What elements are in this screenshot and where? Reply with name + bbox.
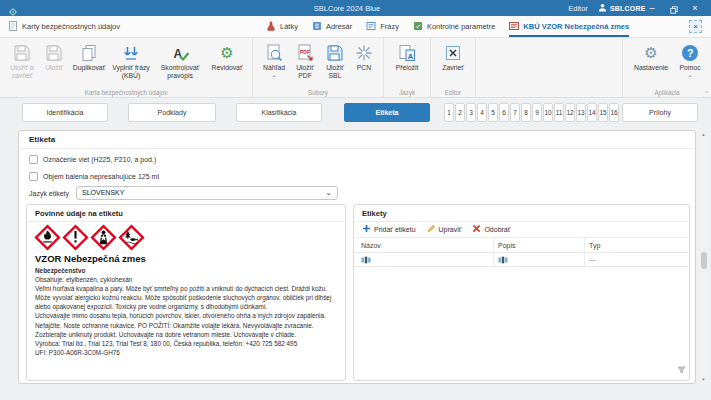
app-title: SBLCore 2024 Blue	[272, 4, 422, 13]
tab-kbu-vzor-nebezpecna-zmes[interactable]: KBÚ VZOR Nebezpečná zmes	[509, 16, 629, 37]
tab-section-7[interactable]: 7	[510, 103, 520, 122]
chevron-down-icon: ⌄	[271, 73, 276, 77]
save-sbl-button[interactable]: Uložiť SBL	[320, 41, 350, 80]
filter-funnel-icon[interactable]	[677, 360, 686, 378]
divider	[355, 221, 688, 222]
pcn-button[interactable]: PCN	[350, 41, 378, 72]
tab-klasifikacia[interactable]: Klasifikácia	[236, 103, 322, 122]
filter-cell-nazov[interactable]	[355, 253, 493, 266]
tab-prilohy[interactable]: Prílohy	[622, 103, 698, 122]
oznacenie-viet-checkbox[interactable]	[29, 155, 38, 164]
vertical-scrollbar[interactable]: ▲ ▼	[699, 130, 708, 384]
save-button: Uložiť	[39, 41, 69, 72]
translate-button[interactable]: A Přeložit	[389, 41, 425, 72]
filter-cell-popis[interactable]	[493, 253, 584, 266]
tab-latky[interactable]: Látky	[266, 16, 298, 37]
ufi-line: UFI: P300-A06R-3C0M-GH76	[35, 348, 337, 357]
settings-gear-icon: ⚙	[641, 43, 661, 63]
button-label: Zavrieť	[442, 64, 463, 72]
scroll-down-arrow[interactable]: ▼	[699, 377, 708, 382]
tab-section-13[interactable]: 13	[576, 103, 586, 122]
tab-section-16[interactable]: 16	[609, 103, 619, 122]
section-tabs: Identifikácia Podklady Klasifikácia Etik…	[0, 98, 711, 126]
language-select[interactable]: SLOVENSKY ⌄	[76, 186, 338, 200]
help-button[interactable]: ? Pomoc ⌄	[674, 41, 706, 77]
hazard-statements: Veľmi horľavá kvapalina a pary. Môže byť…	[35, 284, 337, 311]
add-label-button[interactable]: Pridať etiketu	[362, 224, 416, 234]
chevron-down-icon: ⌄	[325, 187, 332, 199]
column-header-nazov[interactable]: Názov	[355, 238, 493, 252]
tab-section-15[interactable]: 15	[598, 103, 608, 122]
label-preview-header: Povinné údaje na etiketu	[35, 209, 123, 218]
label-preview-panel: Povinné údaje na etiketu VZOR Nebezpečná…	[26, 204, 346, 381]
restore-button[interactable]	[667, 1, 681, 15]
save-pdf-button[interactable]: PDF Uložiť PDF	[290, 41, 320, 80]
ribbon: Uložiť a zavrieť Uložiť Duplikovať Vypln…	[0, 38, 711, 98]
tab-label: Látky	[280, 22, 298, 31]
checkbox-row-objem-balenia[interactable]: Objem balenia nepresahujúce 125 ml	[29, 172, 159, 181]
tab-kontrolne-parametre[interactable]: Kontrolné parametre	[413, 16, 495, 37]
tab-section-6[interactable]: 6	[499, 103, 509, 122]
tab-section-1[interactable]: 1	[444, 103, 454, 122]
objem-balenia-checkbox[interactable]	[29, 172, 38, 181]
checkbox-row-oznacenie-viet[interactable]: Označenie viet (H225, P210, a pod.)	[29, 155, 156, 164]
tab-section-11[interactable]: 11	[554, 103, 564, 122]
ghs09-environment-icon	[118, 224, 145, 255]
ribbon-group-label: Jazyk	[384, 89, 430, 96]
duplicate-button[interactable]: Duplikovať	[69, 41, 109, 72]
tab-podklady[interactable]: Podklady	[128, 103, 216, 122]
tab-section-10[interactable]: 10	[543, 103, 553, 122]
duplicate-icon	[79, 43, 99, 63]
close-editor-button[interactable]: Zavrieť	[436, 41, 470, 72]
filter-cell-typ[interactable]: —	[584, 253, 688, 266]
tab-section-14[interactable]: 14	[587, 103, 597, 122]
manufacturer-line: Výrobca: Trial ltd., Trial 123, Trial Te…	[35, 339, 337, 348]
tab-etiketa[interactable]: Etiketa	[344, 103, 430, 122]
scrollbar-thumb[interactable]	[701, 252, 707, 269]
button-label: Přeložit	[396, 64, 419, 72]
titlebar: SBLCore 2024 Blue Editor SBLCORE – ×	[0, 0, 711, 16]
minimize-button[interactable]: –	[645, 1, 659, 15]
revise-button[interactable]: ⚙ Revidovať	[207, 41, 247, 72]
spellcheck-button[interactable]: A Skontrolovať pravopis	[153, 41, 207, 80]
close-button[interactable]: ×	[688, 1, 702, 15]
column-header-popis[interactable]: Popis	[493, 238, 584, 252]
settings-button[interactable]: ⚙ Nastavenie	[628, 41, 674, 72]
button-label: Revidovať	[212, 64, 243, 72]
tab-frazy[interactable]: Frázy	[366, 16, 399, 37]
ghs08-health-hazard-icon	[90, 224, 117, 255]
tab-label: KBÚ VZOR Nebezpečná zmes	[523, 22, 629, 31]
scroll-up-arrow[interactable]: ▲	[699, 132, 708, 137]
column-header-typ[interactable]: Typ	[584, 238, 688, 252]
close-tab-button[interactable]: ×	[689, 20, 702, 33]
tab-section-2[interactable]: 2	[455, 103, 465, 122]
user-menu[interactable]: SBLCORE	[598, 2, 646, 14]
tab-identifikacia[interactable]: Identifikácia	[22, 103, 108, 122]
divider	[20, 148, 694, 149]
sds-card-icon	[8, 21, 18, 33]
tab-section-12[interactable]: 12	[565, 103, 575, 122]
button-label: PCN	[357, 64, 371, 72]
button-label: Skontrolovať pravopis	[153, 64, 207, 80]
tab-adresar[interactable]: Adresár	[312, 16, 352, 37]
tab-karty-bezpecnostnych-udajov[interactable]: Karty bezpečnostných údajov	[8, 16, 120, 37]
preview-button[interactable]: Náhľad ⌄	[258, 41, 290, 77]
save-and-close-button: Uložiť a zavrieť	[5, 41, 39, 80]
tab-section-8[interactable]: 8	[521, 103, 531, 122]
ghs02-flame-icon	[34, 224, 61, 255]
checkbox-label: Označenie viet (H225, P210, a pod.)	[43, 156, 156, 163]
tab-section-5[interactable]: 5	[488, 103, 498, 122]
tab-section-4[interactable]: 4	[477, 103, 487, 122]
fill-phrases-button[interactable]: Vyplniť frázy (KBÚ)	[109, 41, 153, 80]
svg-text:A: A	[408, 52, 414, 61]
button-label: Uložiť	[45, 64, 63, 72]
remove-label-button[interactable]: Odobrať	[472, 224, 510, 234]
tab-section-9[interactable]: 9	[532, 103, 542, 122]
save-sbl-icon	[325, 43, 345, 63]
user-label: SBLCORE	[610, 5, 646, 12]
ribbon-collapse-icon[interactable]: ^	[705, 90, 708, 96]
button-label: Upraviť	[439, 226, 462, 233]
tab-label: Frázy	[380, 22, 399, 31]
tab-section-3[interactable]: 3	[466, 103, 476, 122]
edit-label-button[interactable]: Upraviť	[427, 224, 462, 234]
